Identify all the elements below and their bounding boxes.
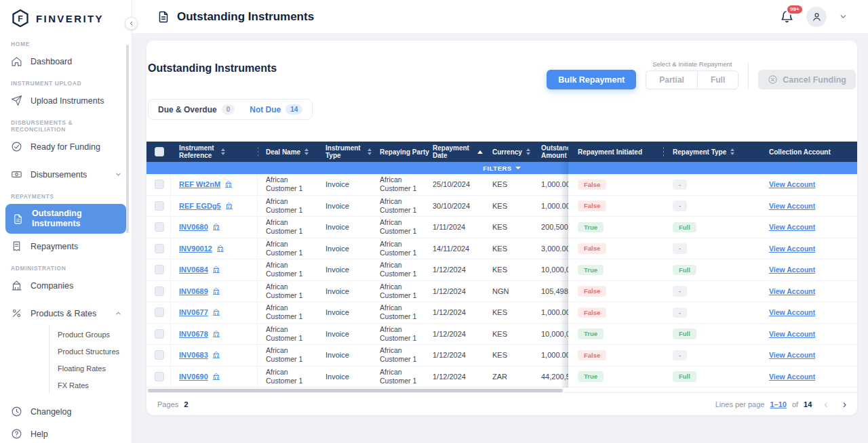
- tab-due-overdue-count: 0: [222, 104, 235, 114]
- instrument-reference-link[interactable]: INV0683: [179, 351, 208, 359]
- bulk-repayment-button[interactable]: Bulk Repayment: [547, 70, 636, 89]
- col-currency[interactable]: Currency: [484, 142, 533, 162]
- cancel-funding-button[interactable]: Cancel Funding: [758, 70, 856, 89]
- currency-cell: KES: [484, 238, 533, 259]
- instrument-reference-link[interactable]: INV0690: [179, 373, 208, 381]
- row-checkbox-cell: [146, 174, 171, 195]
- view-account-link[interactable]: View Account: [769, 180, 815, 188]
- collection-account-cell: View Account: [758, 217, 857, 238]
- brand-logo[interactable]: F FINVERITY: [0, 0, 132, 33]
- table-row[interactable]: INV0680African Customer 1 ID...InvoiceAf…: [146, 217, 568, 238]
- account-menu-chevron-icon[interactable]: [839, 12, 848, 21]
- instrument-reference-link[interactable]: INV0678: [179, 330, 208, 338]
- row-checkbox[interactable]: [155, 287, 164, 296]
- view-account-link[interactable]: View Account: [769, 330, 815, 338]
- repayment-date-cell: 1/12/2024: [425, 259, 484, 280]
- row-checkbox[interactable]: [155, 244, 164, 253]
- view-account-link[interactable]: View Account: [769, 351, 815, 359]
- sidebar-item-outstanding-instruments[interactable]: Outstanding Instruments: [5, 204, 126, 234]
- instrument-reference-link[interactable]: INV0689: [179, 287, 208, 295]
- sidebar-item-changelog[interactable]: Changelog: [0, 400, 132, 423]
- sidebar-subitem-product-groups[interactable]: Product Groups: [50, 326, 132, 343]
- row-checkbox-cell: [146, 324, 171, 345]
- instrument-reference-link[interactable]: INV0680: [179, 223, 208, 231]
- outstanding-amount-cell: 1,000.00: [533, 302, 568, 323]
- horizontal-scrollbar[interactable]: [148, 389, 567, 392]
- sidebar-item-repayments[interactable]: Repayments: [0, 235, 132, 257]
- instrument-reference-link[interactable]: INV0677: [179, 308, 208, 316]
- view-account-link[interactable]: View Account: [769, 266, 815, 274]
- full-button[interactable]: Full: [697, 70, 738, 89]
- repayment-date-cell: 14/11/2024: [425, 238, 484, 259]
- sidebar-collapse-button[interactable]: [125, 17, 138, 30]
- table-row[interactable]: INV0689African Customer 1 ID...InvoiceAf…: [146, 281, 568, 303]
- instrument-reference-link[interactable]: REF Wt2nM: [179, 180, 220, 188]
- col-repaying-party[interactable]: Repaying Party: [372, 142, 425, 162]
- sidebar-item-companies[interactable]: Companies: [0, 274, 132, 297]
- sidebar-scrollbar[interactable]: [126, 45, 129, 233]
- col-outstanding-amount[interactable]: Outstanding Amount: [533, 142, 568, 162]
- sidebar-item-dashboard[interactable]: Dashboard: [0, 50, 132, 72]
- col-collection-account[interactable]: Collection Account: [758, 142, 857, 162]
- user-avatar[interactable]: [806, 7, 827, 27]
- row-checkbox[interactable]: [155, 180, 164, 189]
- col-repayment-initiated[interactable]: Repayment Initiated: [568, 142, 663, 162]
- view-account-link[interactable]: View Account: [769, 308, 815, 316]
- view-account-link[interactable]: View Account: [769, 287, 815, 295]
- notifications-button[interactable]: 99+: [780, 9, 794, 24]
- next-page-button[interactable]: ›: [843, 399, 846, 410]
- col-instrument-reference[interactable]: Instrument Reference: [171, 142, 258, 162]
- table-row[interactable]: INV90012African Customer 1 ID...InvoiceA…: [146, 238, 568, 260]
- table-row[interactable]: REF Wt2nMAfrican Customer 1 ID...Invoice…: [146, 174, 568, 196]
- row-checkbox[interactable]: [155, 329, 164, 339]
- row-checkbox-cell: [146, 259, 171, 280]
- row-checkbox[interactable]: [155, 222, 164, 232]
- select-all-checkbox[interactable]: [155, 147, 164, 156]
- view-account-link[interactable]: View Account: [769, 202, 815, 210]
- row-checkbox[interactable]: [155, 350, 164, 360]
- repayment-type-cell: Full: [663, 217, 758, 238]
- sidebar-item-disbursements[interactable]: Disbursements: [0, 163, 132, 186]
- receipt-icon: [11, 240, 22, 252]
- sidebar-item-ready-for-funding[interactable]: Ready for Funding: [0, 135, 132, 158]
- currency-cell: ZAR: [484, 366, 533, 387]
- table-row[interactable]: INV0683African Customer 1 ID...InvoiceAf…: [146, 345, 568, 366]
- column-resize-handle[interactable]: [663, 147, 664, 156]
- table-row[interactable]: INV0678African Customer 1 ID...InvoiceAf…: [146, 324, 568, 345]
- table-row[interactable]: INV0677African Customer 1 ID...InvoiceAf…: [146, 302, 568, 324]
- sidebar-item-upload-instruments[interactable]: Upload Instruments: [0, 89, 132, 112]
- sidebar-subitem-floating-rates[interactable]: Floating Rates: [50, 360, 132, 377]
- view-account-link[interactable]: View Account: [769, 373, 815, 381]
- col-deal-name[interactable]: Deal Name: [258, 142, 317, 162]
- lines-range-selector[interactable]: 1–10: [770, 400, 786, 408]
- row-checkbox[interactable]: [155, 308, 164, 317]
- currency-cell: NGN: [484, 281, 533, 302]
- row-checkbox[interactable]: [155, 265, 164, 274]
- table-row[interactable]: INV0684African Customer 1 ID...InvoiceAf…: [146, 259, 568, 281]
- view-account-link[interactable]: View Account: [769, 223, 815, 231]
- collection-account-cell: View Account: [758, 302, 857, 323]
- view-account-link[interactable]: View Account: [769, 245, 815, 253]
- filters-bar[interactable]: FILTERS: [146, 162, 857, 174]
- instrument-reference-link[interactable]: REF EGDg5: [179, 202, 221, 210]
- row-checkbox[interactable]: [155, 372, 164, 381]
- previous-page-button[interactable]: ‹: [824, 399, 827, 410]
- table-row[interactable]: INV0690African Customer 1 ID...InvoiceAf…: [146, 366, 568, 388]
- col-instrument-type[interactable]: Instrument Type: [317, 142, 372, 162]
- row-checkbox[interactable]: [155, 201, 164, 211]
- instrument-reference-link[interactable]: INV90012: [179, 245, 212, 253]
- col-repayment-date[interactable]: Repayment Date: [425, 142, 484, 162]
- scrollbar-thumb[interactable]: [148, 389, 563, 392]
- tab-due-overdue[interactable]: Due & Overdue 0: [151, 102, 241, 117]
- deal-name-cell: African Customer 1 ID...: [258, 174, 317, 195]
- tab-not-due[interactable]: Not Due 14: [243, 102, 309, 117]
- partial-button[interactable]: Partial: [646, 70, 697, 89]
- table-row[interactable]: REF EGDg5African Customer 1 ID...Invoice…: [146, 196, 568, 217]
- instrument-reference-link[interactable]: INV0684: [179, 266, 208, 274]
- col-repayment-type[interactable]: Repayment Type: [663, 142, 758, 162]
- sidebar-item-help[interactable]: Help: [0, 423, 132, 443]
- column-resize-handle[interactable]: [258, 147, 258, 156]
- sidebar-item-products-rates[interactable]: Products & Rates: [0, 302, 132, 324]
- sidebar-subitem-product-structures[interactable]: Product Structures: [50, 343, 132, 360]
- sidebar-subitem-fx-rates[interactable]: FX Rates: [50, 377, 132, 394]
